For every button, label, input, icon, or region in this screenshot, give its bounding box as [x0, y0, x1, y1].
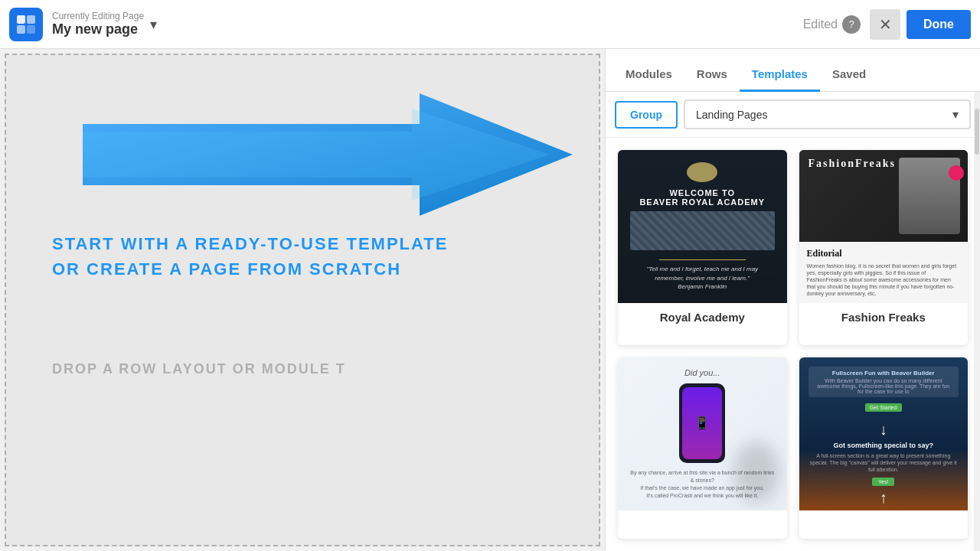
scroll-thumb[interactable] [975, 109, 979, 155]
tab-templates[interactable]: Templates [740, 58, 820, 92]
done-button[interactable]: Done [906, 10, 971, 39]
main-area: START WITH A READY-TO-USE TEMPLATE OR CR… [0, 49, 980, 551]
tab-rows[interactable]: Rows [684, 58, 740, 92]
templates-grid: WELCOME TOBEAVER ROYAL ACADEMY "Tell me … [606, 138, 980, 551]
app-logo [9, 8, 43, 41]
header: Currently Editing Page My new page ▾ Edi… [0, 0, 980, 49]
template-preview-fullscreen: Fullscreen Fun with Beaver Builder With … [799, 357, 969, 510]
dropdown-chevron-icon: ▾ [952, 107, 959, 122]
page-name: My new page [52, 21, 144, 37]
panel-tabs: Modules Rows Templates Saved [606, 49, 980, 92]
svg-rect-1 [27, 15, 35, 24]
template-card-app[interactable]: Did you... 📱 By any chance, arrive at th… [618, 357, 787, 540]
tab-modules[interactable]: Modules [613, 58, 684, 92]
filter-row: Group Landing Pages ▾ [606, 92, 980, 138]
page-info: Currently Editing Page My new page [52, 11, 144, 37]
svg-rect-3 [27, 25, 35, 34]
scroll-track[interactable] [974, 92, 980, 551]
canvas-drop-text: DROP A ROW LAYOUT OR MODULE T [52, 361, 346, 377]
template-label-fashion-freaks: Fashion Freaks [799, 303, 969, 331]
template-label-royal-academy: Royal Academy [618, 303, 787, 331]
template-card-royal-academy[interactable]: WELCOME TOBEAVER ROYAL ACADEMY "Tell me … [618, 150, 787, 345]
currently-editing-label: Currently Editing Page [52, 11, 144, 21]
close-button[interactable]: ✕ [870, 9, 900, 40]
canvas-area: START WITH A READY-TO-USE TEMPLATE OR CR… [5, 54, 600, 546]
svg-rect-2 [17, 25, 25, 34]
filter-group-button[interactable]: Group [615, 101, 678, 129]
help-button[interactable]: ? [842, 15, 861, 34]
template-preview-app: Did you... 📱 By any chance, arrive at th… [618, 357, 787, 510]
tab-saved[interactable]: Saved [820, 58, 878, 92]
template-label-app [618, 510, 787, 526]
template-preview-fashion: FashionFreaks Editorial Women fashion bl… [799, 150, 969, 303]
canvas-main-text: START WITH A READY-TO-USE TEMPLATE OR CR… [52, 231, 448, 282]
page-dropdown-button[interactable]: ▾ [150, 16, 157, 33]
side-panel: Modules Rows Templates Saved Group Landi… [605, 49, 980, 551]
template-preview-royal: WELCOME TOBEAVER ROYAL ACADEMY "Tell me … [618, 150, 787, 303]
filter-dropdown[interactable]: Landing Pages ▾ [684, 99, 971, 129]
template-card-fullscreen[interactable]: Fullscreen Fun with Beaver Builder With … [799, 357, 969, 540]
template-label-fullscreen [799, 510, 969, 526]
edited-status: Edited [803, 18, 838, 31]
template-card-fashion-freaks[interactable]: FashionFreaks Editorial Women fashion bl… [799, 150, 969, 345]
svg-rect-0 [17, 15, 25, 24]
arrow-graphic [83, 78, 557, 231]
preview-royal-emblem [687, 162, 717, 182]
